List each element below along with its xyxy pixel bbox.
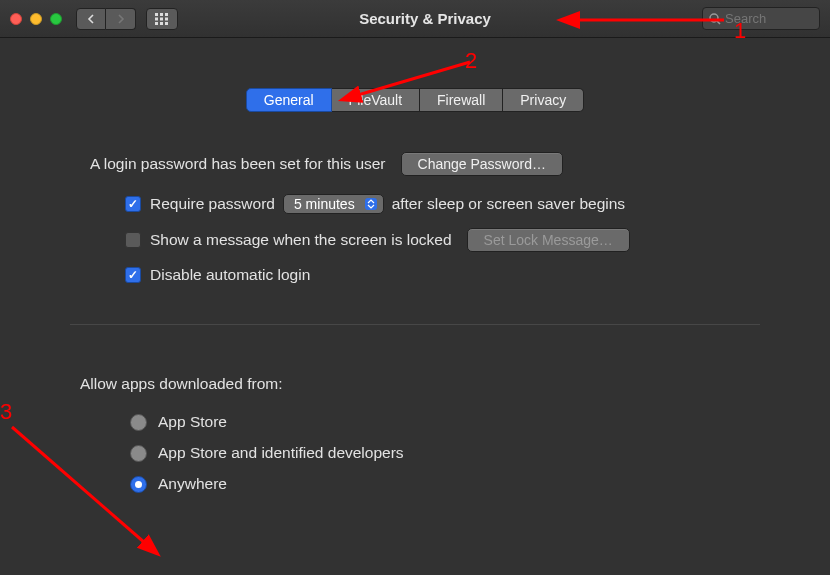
- require-password-checkbox[interactable]: ✓: [125, 196, 141, 212]
- radio-app-store-identified-label: App Store and identified developers: [158, 444, 404, 462]
- require-password-row: ✓ Require password 5 minutes after sleep…: [70, 194, 760, 214]
- tab-bar: General FileVault Firewall Privacy: [70, 88, 760, 112]
- search-icon: [709, 13, 721, 25]
- change-password-button[interactable]: Change Password…: [401, 152, 563, 176]
- require-password-delay-dropdown[interactable]: 5 minutes: [283, 194, 384, 214]
- disable-auto-login-checkbox[interactable]: ✓: [125, 267, 141, 283]
- radio-app-store[interactable]: [130, 414, 147, 431]
- require-password-post: after sleep or screen saver begins: [392, 195, 625, 213]
- zoom-button[interactable]: [50, 13, 62, 25]
- radio-app-store-identified[interactable]: [130, 445, 147, 462]
- check-icon: ✓: [128, 197, 138, 211]
- content-area: General FileVault Firewall Privacy A log…: [0, 38, 830, 493]
- search-input[interactable]: [725, 11, 805, 26]
- set-lock-message-button[interactable]: Set Lock Message…: [467, 228, 630, 252]
- chevron-left-icon: [87, 14, 95, 24]
- radio-app-store-identified-row: App Store and identified developers: [70, 444, 760, 462]
- minimize-button[interactable]: [30, 13, 42, 25]
- radio-app-store-label: App Store: [158, 413, 227, 431]
- dropdown-stepper-icon: [365, 198, 377, 210]
- preferences-window: Security & Privacy General FileVault Fir…: [0, 0, 830, 575]
- disable-auto-login-label: Disable automatic login: [150, 266, 310, 284]
- tab-general[interactable]: General: [246, 88, 332, 112]
- chevron-right-icon: [117, 14, 125, 24]
- disable-auto-login-row: ✓ Disable automatic login: [70, 266, 760, 284]
- require-password-pre: Require password: [150, 195, 275, 213]
- login-status-text: A login password has been set for this u…: [90, 155, 386, 173]
- tab-privacy[interactable]: Privacy: [503, 88, 584, 112]
- svg-point-9: [710, 14, 718, 22]
- svg-line-10: [717, 21, 720, 24]
- dropdown-value: 5 minutes: [294, 196, 355, 212]
- search-box[interactable]: [702, 7, 820, 30]
- tab-firewall[interactable]: Firewall: [420, 88, 503, 112]
- tab-filevault[interactable]: FileVault: [332, 88, 420, 112]
- check-icon: ✓: [128, 268, 138, 282]
- window-title: Security & Privacy: [148, 10, 702, 27]
- radio-app-store-row: App Store: [70, 413, 760, 431]
- radio-anywhere-label: Anywhere: [158, 475, 227, 493]
- radio-anywhere[interactable]: [130, 476, 147, 493]
- forward-button[interactable]: [106, 8, 136, 30]
- back-button[interactable]: [76, 8, 106, 30]
- show-message-label: Show a message when the screen is locked: [150, 231, 452, 249]
- downloads-section-label: Allow apps downloaded from:: [70, 375, 760, 393]
- window-controls: [10, 13, 62, 25]
- radio-anywhere-row: Anywhere: [70, 475, 760, 493]
- titlebar: Security & Privacy: [0, 0, 830, 38]
- close-button[interactable]: [10, 13, 22, 25]
- show-message-row: Show a message when the screen is locked…: [70, 228, 760, 252]
- login-status-row: A login password has been set for this u…: [70, 152, 760, 176]
- divider: [70, 324, 760, 325]
- show-message-checkbox[interactable]: [125, 232, 141, 248]
- nav-buttons: [76, 8, 136, 30]
